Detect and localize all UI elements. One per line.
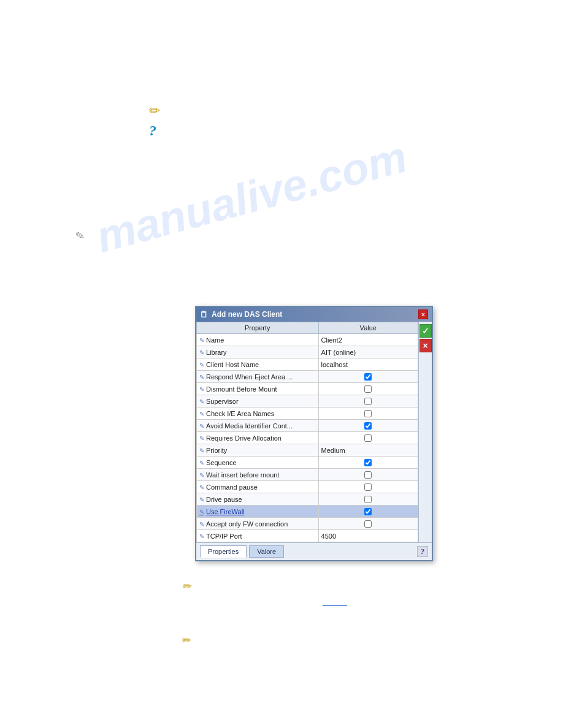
dialog-titlebar: 🗒 Add new DAS Client ×: [196, 307, 432, 322]
value-cell[interactable]: [318, 432, 418, 444]
value-cell[interactable]: [318, 395, 418, 408]
add-das-client-dialog: 🗒 Add new DAS Client × Property Value ✎N…: [195, 306, 433, 561]
pencil-icon-mid: ✎: [74, 229, 86, 243]
row-icon: ✎: [199, 423, 204, 430]
row-icon: ✎: [199, 509, 204, 515]
property-cell: ✎Accept only FW connection: [197, 518, 319, 530]
watermark: manualive.com: [91, 131, 412, 262]
value-cell: AIT (online): [318, 346, 418, 358]
property-checkbox[interactable]: [364, 422, 372, 430]
property-cell: ✎Wait insert before mount: [197, 469, 319, 481]
row-icon: ✎: [199, 484, 204, 491]
value-cell[interactable]: [318, 506, 418, 518]
footer-tab[interactable]: Valore: [249, 545, 284, 558]
property-checkbox[interactable]: [364, 373, 372, 381]
property-cell: ✎Name: [197, 334, 319, 346]
col-header-property: Property: [197, 322, 319, 334]
value-cell[interactable]: [318, 420, 418, 432]
row-icon: ✎: [199, 362, 204, 368]
row-icon: ✎: [199, 435, 204, 442]
row-icon: ✎: [199, 374, 204, 381]
value-cell[interactable]: [318, 518, 418, 530]
value-cell: 4500: [318, 530, 418, 542]
pencil-icon-bottom2: ✏: [182, 634, 191, 647]
row-icon: ✎: [199, 447, 204, 454]
value-cell[interactable]: [318, 469, 418, 481]
property-checkbox[interactable]: [364, 434, 372, 442]
row-icon: ✎: [199, 460, 204, 466]
row-icon: ✎: [199, 472, 204, 479]
cancel-button[interactable]: ×: [419, 339, 432, 352]
question-icon: ?: [149, 123, 156, 139]
property-checkbox[interactable]: [364, 471, 372, 479]
dialog-content: Property Value ✎NameClient2✎LibraryAIT (…: [196, 322, 418, 542]
row-icon: ✎: [199, 349, 204, 356]
property-cell: ✎Requires Drive Allocation: [197, 432, 319, 444]
row-icon: ✎: [199, 386, 204, 393]
value-cell: localhost: [318, 358, 418, 371]
property-checkbox[interactable]: [364, 410, 372, 417]
dialog-close-button[interactable]: ×: [418, 309, 428, 319]
property-cell: ✎Priority: [197, 444, 319, 457]
value-cell[interactable]: [318, 493, 418, 506]
property-cell: ✎TCP/IP Port: [197, 530, 319, 542]
help-button[interactable]: ?: [417, 546, 428, 557]
footer-tab[interactable]: Properties: [200, 545, 247, 558]
row-icon: ✎: [199, 398, 204, 405]
property-checkbox[interactable]: [364, 520, 372, 528]
value-cell: Medium: [318, 444, 418, 457]
dialog-footer: PropertiesValore ?: [196, 542, 432, 560]
row-icon: ✎: [199, 337, 204, 344]
property-checkbox[interactable]: [364, 508, 372, 515]
property-checkbox[interactable]: [364, 483, 372, 491]
underline-decoration: [323, 605, 347, 606]
value-cell: Client2: [318, 334, 418, 346]
pencil-icon-bottom1: ✏: [183, 580, 192, 593]
property-cell: ✎Sequence: [197, 457, 319, 469]
property-checkbox[interactable]: [364, 496, 372, 503]
property-cell: ✎Drive pause: [197, 493, 319, 506]
value-cell[interactable]: [318, 383, 418, 395]
value-cell[interactable]: [318, 371, 418, 383]
row-icon: ✎: [199, 533, 204, 540]
property-cell: ✎Avoid Media Identifier Cont...: [197, 420, 319, 432]
value-cell[interactable]: [318, 457, 418, 469]
property-cell: ✎Command pause: [197, 481, 319, 493]
row-icon: ✎: [199, 496, 204, 503]
pencil-icon-top: ✏: [149, 103, 160, 119]
properties-table: Property Value ✎NameClient2✎LibraryAIT (…: [196, 322, 418, 542]
value-cell[interactable]: [318, 481, 418, 493]
value-cell[interactable]: [318, 408, 418, 420]
row-icon: ✎: [199, 411, 204, 417]
property-cell: ✎Respond When Eject Area ...: [197, 371, 319, 383]
col-header-value: Value: [318, 322, 418, 334]
footer-tabs: PropertiesValore: [200, 545, 284, 558]
dialog-title-text: Add new DAS Client: [212, 310, 282, 319]
property-cell: ✎Use FireWall: [197, 506, 319, 518]
property-checkbox[interactable]: [364, 398, 372, 405]
dialog-title-left: 🗒 Add new DAS Client: [200, 310, 282, 319]
property-cell: ✎Supervisor: [197, 395, 319, 408]
dialog-title-icon: 🗒: [200, 310, 208, 319]
property-checkbox[interactable]: [364, 385, 372, 393]
property-checkbox[interactable]: [364, 459, 372, 466]
property-cell: ✎Client Host Name: [197, 358, 319, 371]
property-cell: ✎Dismount Before Mount: [197, 383, 319, 395]
property-cell: ✎Check I/E Area Names: [197, 408, 319, 420]
row-icon: ✎: [199, 521, 204, 528]
ok-button[interactable]: ✓: [419, 324, 432, 338]
property-cell: ✎Library: [197, 346, 319, 358]
